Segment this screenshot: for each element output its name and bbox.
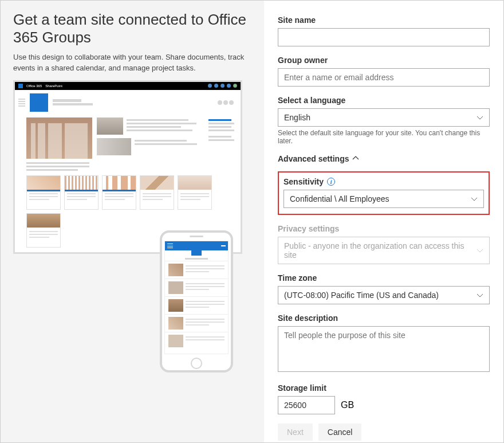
sensitivity-highlight: Sensitivity i Confidential \ All Employe… — [278, 171, 490, 215]
panel-title: Get a team site connected to Office 365 … — [13, 11, 251, 46]
chevron-down-icon — [471, 195, 478, 202]
sensitivity-select[interactable]: Confidential \ All Employees — [284, 190, 484, 208]
sensitivity-label: Sensitivity i — [284, 177, 484, 186]
site-preview: Office 365 SharePoint — [13, 80, 248, 309]
chevron-down-icon — [477, 114, 483, 121]
cancel-button[interactable]: Cancel — [318, 424, 362, 441]
language-label: Select a language — [278, 96, 490, 105]
language-help: Select the default site language for you… — [278, 129, 490, 145]
timezone-value: (UTC-08:00) Pacific Time (US and Canada) — [284, 291, 439, 300]
site-name-label: Site name — [278, 15, 490, 25]
preview-phone — [160, 230, 233, 373]
privacy-label: Privacy settings — [278, 224, 490, 233]
privacy-value: Public - anyone in the organization can … — [284, 241, 477, 260]
privacy-select: Public - anyone in the organization can … — [278, 237, 490, 264]
group-owner-label: Group owner — [278, 56, 490, 65]
storage-unit: GB — [341, 400, 354, 410]
storage-input[interactable] — [278, 396, 335, 414]
storage-label: Storage limit — [278, 383, 490, 393]
description-textarea[interactable] — [278, 326, 490, 372]
chevron-down-icon — [477, 292, 483, 299]
advanced-settings-toggle[interactable]: Advanced settings — [278, 154, 490, 163]
preview-sharepoint-label: SharePoint — [45, 84, 62, 88]
panel-description: Use this design to collaborate with your… — [13, 52, 251, 73]
preview-browser: Office 365 SharePoint — [13, 80, 242, 254]
next-button[interactable]: Next — [278, 424, 313, 441]
info-icon[interactable]: i — [327, 178, 335, 186]
sensitivity-value: Confidential \ All Employees — [290, 194, 389, 203]
preview-office-label: Office 365 — [26, 84, 42, 88]
group-owner-input[interactable] — [278, 68, 490, 87]
waffle-icon — [18, 84, 23, 88]
form-panel: Site name Group owner Select a language … — [264, 1, 503, 442]
timezone-label: Time zone — [278, 273, 490, 283]
left-info-panel: Get a team site connected to Office 365 … — [1, 1, 264, 442]
chevron-down-icon — [477, 247, 483, 254]
chevron-up-icon — [352, 154, 359, 163]
site-name-input[interactable] — [278, 28, 490, 46]
timezone-select[interactable]: (UTC-08:00) Pacific Time (US and Canada) — [278, 286, 490, 304]
description-label: Site description — [278, 313, 490, 323]
language-value: English — [284, 113, 310, 122]
create-site-panel: Get a team site connected to Office 365 … — [0, 0, 504, 443]
language-select[interactable]: English — [278, 108, 490, 127]
